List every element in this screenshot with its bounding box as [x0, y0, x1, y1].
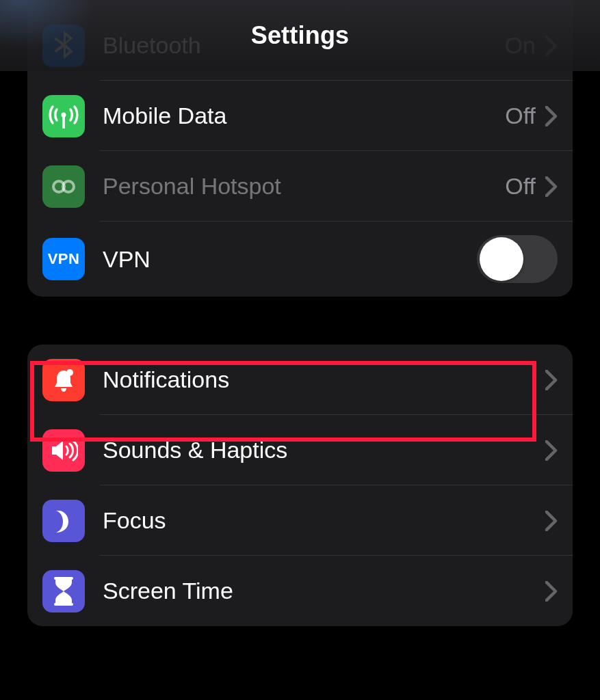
- row-label: Screen Time: [103, 578, 545, 604]
- vpn-icon: VPN: [42, 238, 85, 280]
- row-personal-hotspot[interactable]: Personal Hotspot Off: [27, 151, 573, 221]
- page-title: Settings: [251, 21, 350, 50]
- row-label: Focus: [103, 507, 545, 534]
- row-focus[interactable]: Focus: [27, 485, 573, 556]
- row-sounds-haptics[interactable]: Sounds & Haptics: [27, 415, 573, 485]
- svg-rect-1: [62, 116, 65, 129]
- speaker-icon: [42, 429, 85, 472]
- row-screen-time[interactable]: Screen Time: [27, 556, 573, 626]
- row-value: Off: [505, 103, 536, 129]
- row-vpn[interactable]: VPN VPN: [27, 221, 573, 297]
- row-label: Sounds & Haptics: [103, 437, 545, 463]
- chevron-right-icon: [545, 370, 558, 390]
- moon-icon: [42, 500, 85, 542]
- hotspot-icon: [42, 165, 85, 208]
- chevron-right-icon: [545, 106, 558, 126]
- svg-point-4: [66, 369, 73, 376]
- row-label: Mobile Data: [103, 103, 505, 129]
- bell-icon: [42, 359, 85, 401]
- row-value: Off: [505, 173, 536, 200]
- settings-group-general: Notifications: [27, 345, 573, 626]
- row-mobile-data[interactable]: Mobile Data Off: [27, 81, 573, 151]
- nav-header: Settings: [0, 0, 600, 71]
- row-label: VPN: [103, 246, 477, 273]
- chevron-right-icon: [545, 176, 558, 197]
- chevron-right-icon: [545, 511, 558, 531]
- vpn-toggle[interactable]: [477, 235, 558, 283]
- row-notifications[interactable]: Notifications: [27, 345, 573, 415]
- svg-rect-6: [54, 603, 73, 606]
- settings-scroll[interactable]: Bluetooth On: [0, 0, 600, 700]
- antenna-icon: [42, 95, 85, 137]
- row-label: Personal Hotspot: [103, 173, 505, 200]
- row-label: Notifications: [103, 366, 545, 393]
- svg-rect-5: [54, 577, 73, 580]
- chevron-right-icon: [545, 581, 558, 602]
- hourglass-icon: [42, 570, 85, 612]
- chevron-right-icon: [545, 440, 558, 461]
